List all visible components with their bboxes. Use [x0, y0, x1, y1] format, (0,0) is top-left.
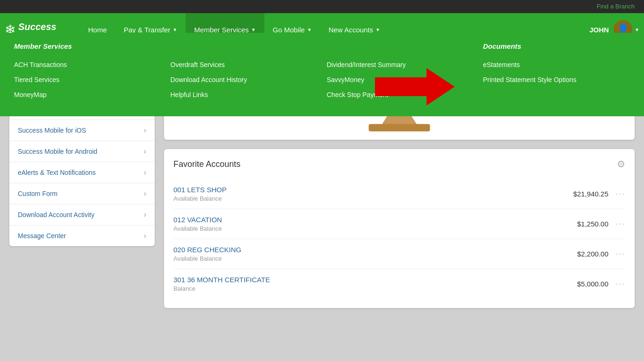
dropdown-documents-header: Documents	[483, 42, 621, 50]
account-row-3: 020 REG CHECKING Available Balance $2,20…	[173, 239, 625, 269]
account-row-4: 301 36 MONTH CERTIFICATE Balance $5,000.…	[173, 269, 625, 299]
feature-item-android[interactable]: Success Mobile for Android ›	[9, 141, 155, 162]
custom-form-arrow-icon: ›	[144, 189, 146, 198]
account-menu-1[interactable]: ···	[615, 189, 625, 199]
accounts-card: Favorite Accounts ⚙ 001 LETS SHOP Availa…	[164, 149, 635, 308]
account-balance-1: $21,940.25	[573, 190, 608, 198]
user-name: JOHN	[589, 26, 609, 34]
feature-item-custom-form[interactable]: Custom Form ›	[9, 183, 155, 204]
account-name-1[interactable]: 001 LETS SHOP	[173, 186, 226, 194]
svg-rect-5	[369, 124, 430, 131]
dropdown-moneymap[interactable]: MoneyMap	[14, 87, 152, 102]
dropdown-tiered[interactable]: Tiered Services	[14, 72, 152, 87]
dropdown-overdraft[interactable]: Overdraft Services	[171, 57, 308, 72]
dropdown-col-4: Documents eStatements Printed Statement …	[474, 42, 630, 102]
account-name-4[interactable]: 301 36 MONTH CERTIFICATE	[173, 276, 270, 284]
dropdown-col-2: x Overdraft Services Download Account Hi…	[161, 42, 318, 102]
account-menu-4[interactable]: ···	[615, 279, 625, 289]
dropdown-ach[interactable]: ACH Transactions	[14, 57, 152, 72]
account-label-2: Available Balance	[173, 225, 222, 232]
go-mobile-caret: ▼	[307, 27, 312, 32]
feature-item-ealerts[interactable]: eAlerts & Text Notifications ›	[9, 162, 155, 183]
account-name-3[interactable]: 020 REG CHECKING	[173, 246, 241, 254]
ios-arrow-icon: ›	[144, 126, 146, 135]
find-branch-link[interactable]: Find a Branch	[597, 3, 635, 10]
account-menu-2[interactable]: ···	[615, 219, 625, 229]
pay-transfer-caret: ▼	[172, 27, 177, 32]
top-bar: Find a Branch	[0, 0, 644, 13]
feature-item-message-center[interactable]: Message Center ›	[9, 226, 155, 246]
message-center-arrow-icon: ›	[144, 232, 146, 240]
gear-icon[interactable]: ⚙	[617, 158, 625, 170]
red-arrow-indicator	[375, 68, 455, 105]
account-label-1: Available Balance	[173, 195, 226, 202]
user-menu-caret[interactable]: ▼	[635, 27, 639, 32]
account-label-4: Balance	[173, 285, 270, 292]
accounts-title: Favorite Accounts	[173, 159, 240, 169]
member-services-caret: ▼	[251, 27, 256, 32]
download-activity-arrow-icon: ›	[144, 211, 146, 219]
android-arrow-icon: ›	[144, 147, 146, 156]
new-accounts-caret: ▼	[375, 27, 380, 32]
dropdown-helpful-links[interactable]: Helpful Links	[171, 87, 308, 102]
feature-item-download-activity[interactable]: Download Account Activity ›	[9, 204, 155, 226]
ealerts-arrow-icon: ›	[144, 168, 146, 177]
dropdown-estatements[interactable]: eStatements	[483, 57, 621, 72]
account-name-2[interactable]: 012 VACATION	[173, 216, 222, 224]
member-services-dropdown: Member Services ACH Transactions Tiered …	[0, 33, 644, 116]
account-row-2: 012 VACATION Available Balance $1,250.00…	[173, 209, 625, 239]
account-balance-3: $2,200.00	[577, 250, 608, 258]
account-menu-3[interactable]: ···	[615, 249, 625, 259]
accounts-header: Favorite Accounts ⚙	[173, 158, 625, 170]
account-balance-2: $1,250.00	[577, 220, 608, 228]
account-balance-4: $5,000.00	[577, 280, 608, 288]
account-row-1: 001 LETS SHOP Available Balance $21,940.…	[173, 179, 625, 209]
account-label-3: Available Balance	[173, 255, 241, 262]
dropdown-download-history[interactable]: Download Account History	[171, 72, 308, 87]
dropdown-title: Member Services	[14, 42, 152, 50]
svg-marker-0	[375, 68, 455, 105]
dropdown-printed-statement[interactable]: Printed Statement Style Options	[483, 72, 621, 87]
feature-item-ios[interactable]: Success Mobile for iOS ›	[9, 120, 155, 141]
dropdown-col-1: Member Services ACH Transactions Tiered …	[14, 42, 161, 102]
